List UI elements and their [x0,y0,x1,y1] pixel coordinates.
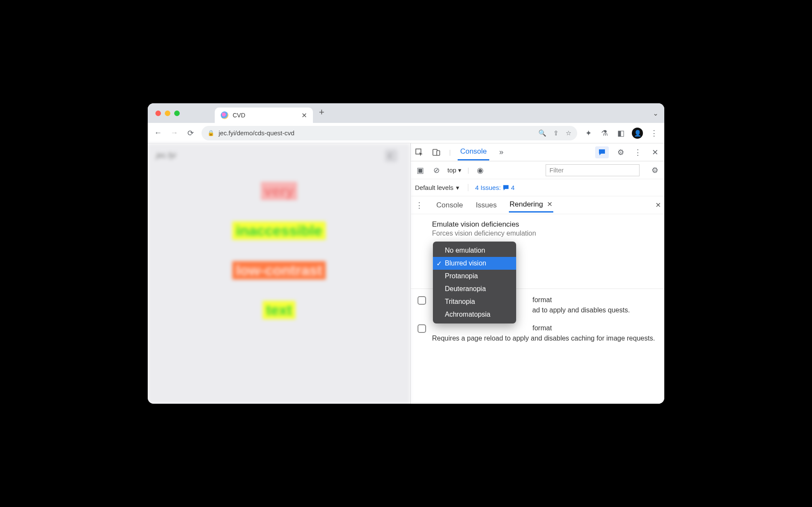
devtools-tab-console[interactable]: Console [458,144,489,160]
lock-icon: 🔒 [207,130,214,136]
devtools-close-icon[interactable]: ✕ [650,148,660,157]
window-controls [152,103,185,123]
tabs-menu-button[interactable]: ⌄ [653,109,658,117]
drawer-close-icon[interactable]: ✕ [655,201,661,209]
dropdown-option-deuteranopia[interactable]: Deuteranopia [433,283,516,295]
more-tabs-icon[interactable]: » [496,148,506,157]
demo-word-3: low-contrast [232,261,325,280]
log-levels-selector[interactable]: Default levels ▾ [415,184,459,192]
dropdown-option-no-emulation[interactable]: No emulation [433,244,516,257]
console-toolbar: ▣ ⊘ top ▾ | ◉ Filter ⚙ [411,161,664,179]
minimize-window-button[interactable] [165,111,170,116]
dropdown-option-protanopia[interactable]: Protanopia [433,270,516,283]
browser-tab[interactable]: CVD ✕ [215,108,313,123]
drawer-tab-console[interactable]: Console [435,198,464,212]
browser-window: CVD ✕ + ⌄ ← → ⟳ 🔒 jec.fyi/demo/cds-quest… [148,103,664,404]
share-icon[interactable]: ⇪ [553,129,559,137]
tab-title: CVD [233,112,297,119]
format-checkbox-2[interactable] [418,324,426,333]
dropdown-option-blurred-vision[interactable]: Blurred vision [433,257,516,270]
live-expression-icon[interactable]: ◉ [475,166,485,175]
url-text: jec.fyi/demo/cds-quest-cvd [219,129,295,137]
dropdown-option-tritanopia[interactable]: Tritanopia [433,295,516,308]
drawer-menu-icon[interactable]: ⋮ [414,201,424,210]
issues-toolbar-icon[interactable] [595,146,609,158]
device-toggle-icon[interactable] [432,148,442,157]
demo-word-4: text [263,301,295,319]
theme-toggle-icon[interactable]: ☾ [385,149,397,162]
tab-strip: CVD ✕ + ⌄ [148,103,664,123]
close-window-button[interactable] [155,111,161,116]
vision-section-title: Emulate vision deficiencies [432,220,657,229]
labs-icon[interactable]: ⚗ [599,128,610,138]
address-bar[interactable]: 🔒 jec.fyi/demo/cds-quest-cvd 🔍 ⇪ ☆ [202,126,577,140]
drawer-tab-close-icon[interactable]: ✕ [547,201,552,208]
new-tab-button[interactable]: + [319,107,324,119]
forward-button: → [169,128,179,137]
devtools-menu-icon[interactable]: ⋮ [633,148,643,157]
vision-section-subtitle: Forces vision deficiency emulation [432,230,657,237]
format-section-2: XXXXXXXXXXXXXXXXXXXXXXformat Requires a … [432,323,657,344]
zoom-icon[interactable]: 🔍 [538,129,546,137]
rendering-drawer-body: Emulate vision deficiencies Forces visio… [411,214,664,404]
console-filter-input[interactable]: Filter [546,164,640,176]
tab-close-button[interactable]: ✕ [301,111,307,119]
console-sidebar-toggle-icon[interactable]: ▣ [415,166,425,175]
console-settings-icon[interactable]: ⚙ [650,166,660,175]
demo-word-1: very [261,182,298,200]
issues-counter[interactable]: 4 Issues: 4 [468,184,514,191]
drawer-tab-rendering[interactable]: Rendering ✕ [509,198,554,213]
back-button[interactable]: ← [153,128,163,137]
inspect-icon[interactable] [415,148,425,157]
drawer-tab-issues[interactable]: Issues [475,198,497,212]
browser-toolbar: ← → ⟳ 🔒 jec.fyi/demo/cds-quest-cvd 🔍 ⇪ ☆… [148,123,664,143]
favicon-icon [221,111,228,119]
reload-button[interactable]: ⟳ [185,128,196,138]
devtools-panel: | Console » ⚙ ⋮ ✕ ▣ ⊘ top ▾ | ◉ Filter [410,143,664,404]
format-checkbox-1[interactable] [418,296,426,305]
maximize-window-button[interactable] [174,111,180,116]
demo-word-2: inaccessible [232,221,325,240]
vision-deficiency-dropdown[interactable]: No emulation Blurred vision Protanopia D… [433,242,516,323]
sidepanel-icon[interactable]: ◧ [616,128,626,138]
dropdown-option-achromatopsia[interactable]: Achromatopsia [433,308,516,321]
webpage-viewport[interactable]: jec.fyi ☾ very inaccessible low-contrast… [148,143,410,404]
bookmark-icon[interactable]: ☆ [566,129,571,137]
clear-console-icon[interactable]: ⊘ [431,166,441,175]
console-filter-bar: Default levels ▾ 4 Issues: 4 [411,179,664,196]
site-label: jec.fyi [156,151,176,160]
browser-menu-button[interactable]: ⋮ [649,128,659,138]
context-selector[interactable]: top ▾ [447,166,461,174]
extensions-icon[interactable]: ✦ [583,128,593,138]
filter-placeholder: Filter [549,166,564,174]
content-area: jec.fyi ☾ very inaccessible low-contrast… [148,143,664,404]
drawer-tabbar: ⋮ Console Issues Rendering ✕ ✕ [411,196,664,214]
svg-rect-2 [437,151,440,155]
devtools-settings-icon[interactable]: ⚙ [616,148,626,157]
devtools-main-toolbar: | Console » ⚙ ⋮ ✕ [411,143,664,161]
profile-button[interactable]: 👤 [632,128,643,139]
issues-chat-icon [502,184,509,191]
